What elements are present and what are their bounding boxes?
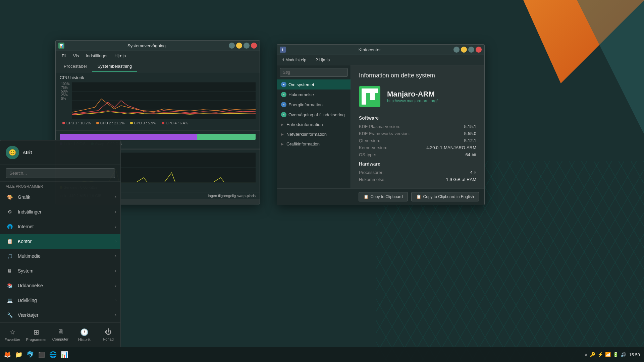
sysmon-maximize-btn[interactable]: □ (244, 43, 250, 49)
toolbar-modulhjaelp[interactable]: ℹ Modulhjælp (280, 56, 309, 64)
menu-item-indstillinger[interactable]: ⚙ Indstillinger › (0, 204, 120, 219)
udvikling-arrow: › (115, 298, 116, 303)
label-cpu: Processorer: (359, 170, 384, 175)
tab-systembelastning[interactable]: Systembelastning (92, 61, 138, 72)
sysmon-minimize-btn[interactable]: − (236, 43, 242, 49)
menu-item-uddannelse[interactable]: 📚 Uddannelse › (0, 278, 120, 293)
menu-item-vaerktojer[interactable]: 🔧 Værktøjer › (0, 308, 120, 322)
sysmon-help-btn[interactable]: ? (229, 43, 235, 49)
taskbar-sysmon[interactable]: 📊 (60, 350, 69, 359)
copy-clipboard-english-btn[interactable]: 📋 Copy to Clipboard in English (411, 192, 479, 201)
vaerktojer-icon: 🔧 (6, 311, 14, 319)
taskbar-files[interactable]: 📁 (14, 350, 23, 359)
sysmon-titlebar: 📊 Systemovervågning ? − □ × (56, 41, 260, 51)
network-taskbar-icon: 🌐 (49, 351, 57, 358)
menu-vis[interactable]: Vis (70, 52, 83, 59)
kinfo-body: ● Om systemet ● Hukommelse ● Energiinfor… (277, 65, 484, 188)
help-label: Hjælp (319, 58, 330, 62)
menu-item-kontor[interactable]: 📋 Kontor › (0, 234, 120, 249)
menu-item-grafik[interactable]: 🎨 Grafik › (0, 190, 120, 204)
nav-historik[interactable]: 🕐 Historik (72, 325, 97, 344)
software-section-title: Software (359, 115, 476, 121)
sysmon-title: Systemovervågning (66, 43, 227, 48)
tray-bluetooth[interactable]: ⚡ (597, 352, 603, 357)
tree-item-netvaerk[interactable]: ▶ Netværksinformation (277, 129, 351, 139)
nav-programmer[interactable]: ⊞ Programmer (24, 325, 49, 344)
tree-label-netvaerk: Netværksinformation (286, 132, 327, 137)
udvikling-icon: 💻 (6, 296, 14, 304)
tray-security[interactable]: 🔑 (590, 352, 595, 357)
tree-icon-fil: ● (281, 112, 286, 117)
taskbar-firefox[interactable]: 🦊 (3, 350, 12, 359)
computer-nav-label: Computer (52, 337, 68, 341)
legend-cpu2-label: CPU 2 : 21.2% (100, 121, 125, 125)
favoritter-nav-icon: ☆ (9, 328, 15, 336)
kinfo-search-input[interactable] (280, 68, 348, 77)
row-frameworks: KDE Frameworks-version: 5.55.0 (359, 131, 476, 136)
tab-procestabel[interactable]: Procestabel (58, 61, 92, 72)
kinfo-title: KInfocenter (288, 47, 451, 52)
kinfo-maximize-btn[interactable]: □ (468, 47, 474, 53)
udvikling-label: Udvikling (18, 298, 37, 303)
status-swap: Ingen tilgængelig swap-plads (208, 194, 256, 198)
label-kerne: Kerne-version: (359, 145, 387, 150)
menu-item-internet[interactable]: 🌐 Internet › (0, 219, 120, 234)
kinfo-window: ℹ KInfocenter ? − □ × ℹ Modulhjælp ? Hjæ… (277, 44, 485, 205)
nav-computer[interactable]: 🖥 Computer (48, 325, 72, 344)
tree-item-hukommelse[interactable]: ● Hukommelse (277, 89, 351, 100)
tree-arrow-enheder: ▶ (281, 123, 284, 126)
menu-indstillinger[interactable]: Indstillinger (83, 52, 111, 59)
kinfo-minimize-btn[interactable]: − (461, 47, 467, 53)
start-menu-search (0, 165, 120, 182)
app-search-input[interactable] (6, 168, 115, 178)
copy-clipboard-btn[interactable]: 📋 Copy to Clipboard (359, 192, 408, 201)
menu-hjaelp[interactable]: Hjælp (111, 52, 129, 59)
legend-cpu3-dot (130, 122, 133, 124)
tree-item-enheder[interactable]: ▶ Enhedsinformation (277, 120, 351, 129)
menu-fil[interactable]: Fil (58, 52, 70, 59)
tray-battery[interactable]: 🔋 (613, 352, 619, 357)
tray-volume[interactable]: 🔊 (621, 352, 626, 357)
menu-item-system[interactable]: 🖥 System › (0, 263, 120, 278)
toolbar-hjaelp[interactable]: ? Hjælp (313, 56, 332, 64)
kinfo-footer: 📋 Copy to Clipboard 📋 Copy to Clipboard … (277, 188, 484, 205)
value-ram: 1,9 GiB af RAM (446, 177, 476, 182)
tray-wifi[interactable]: 📶 (605, 352, 611, 357)
taskbar-dolphin[interactable]: 🐬 (25, 350, 35, 359)
system-tray: ∧ 🔑 ⚡ 📶 🔋 🔊 (584, 352, 626, 357)
taskbar-terminal[interactable]: ⬛ (37, 350, 46, 359)
value-qt: 5.12.1 (464, 138, 476, 143)
mem-bar-swap (197, 134, 256, 140)
forlad-nav-label: Forlad (103, 337, 114, 341)
indstillinger-arrow: › (115, 209, 116, 214)
desktop: 📊 Systemovervågning ? − □ × Fil Vis Inds… (0, 0, 644, 362)
tree-item-grafik[interactable]: ▶ Grafikinformation (277, 139, 351, 149)
nav-forlad[interactable]: ⏻ Forlad (96, 325, 120, 344)
kinfo-close-btn[interactable]: × (476, 47, 482, 53)
tree-item-filindeksering[interactable]: ● Overvågning af filindeksering (277, 110, 351, 120)
tree-item-energi[interactable]: ● Energiinformation (277, 100, 351, 110)
sysmon-close-btn[interactable]: × (251, 43, 257, 49)
internet-arrow: › (115, 224, 116, 229)
row-qt: Qt-version: 5.12.1 (359, 138, 476, 143)
taskbar-network[interactable]: 🌐 (48, 350, 58, 359)
legend-cpu3-label: CPU 3 : 5.9% (134, 121, 157, 125)
internet-label: Internet (18, 224, 34, 229)
kinfo-search-area (277, 65, 351, 79)
kinfo-help-btn[interactable]: ? (453, 47, 460, 53)
tray-arrow[interactable]: ∧ (584, 352, 588, 357)
files-taskbar-icon: 📁 (15, 351, 22, 358)
legend-cpu4: CPU 4 : 6.4% (162, 121, 188, 125)
computer-nav-icon: 🖥 (57, 328, 64, 336)
uddannelse-label: Uddannelse (18, 283, 43, 288)
label-ram: Hukommelse: (359, 177, 385, 182)
value-os: 64-bit (465, 152, 476, 157)
menu-item-multimedie[interactable]: 🎵 Multimedie › (0, 249, 120, 263)
nav-favoritter[interactable]: ☆ Favoritter (0, 325, 24, 344)
y-label-75: 75% (61, 86, 69, 89)
taskbar-clock: 15.59 (629, 352, 640, 357)
sysmon-menubar: Fil Vis Indstillinger Hjælp (56, 51, 260, 61)
y-label-25: 25% (61, 93, 69, 97)
tree-item-om-systemet[interactable]: ● Om systemet (277, 79, 351, 89)
menu-item-udvikling[interactable]: 💻 Udvikling › (0, 293, 120, 308)
